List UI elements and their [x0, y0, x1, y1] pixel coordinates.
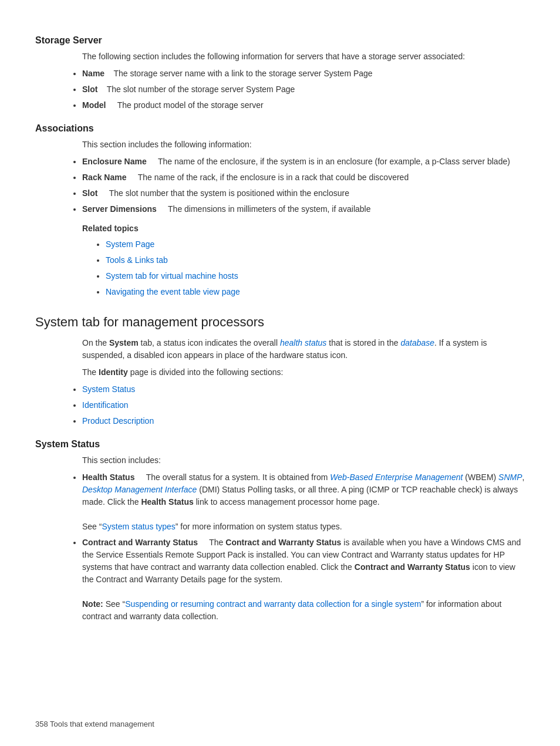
link-tools-links-tab[interactable]: Tools & Links tab	[106, 255, 168, 265]
identity-sections-list: System Status Identification Product Des…	[82, 383, 525, 427]
related-topics-heading: Related topics	[82, 222, 525, 235]
link-dmi[interactable]: Desktop Management Interface	[82, 485, 197, 494]
link-product-description[interactable]: Product Description	[82, 416, 154, 426]
mgmt-intro: On the System tab, a status icon indicat…	[82, 337, 525, 362]
desc-server-dimensions: The dimensions in millimeters of the sys…	[168, 204, 370, 214]
desc-slot: The slot number of the storage server Sy…	[107, 85, 295, 94]
term-rack-name: Rack Name	[82, 173, 127, 182]
desc-health-status: The overall status for a system. It is o…	[82, 472, 524, 507]
associations-list: Enclosure Name The name of the enclosure…	[82, 156, 525, 215]
link-system-status[interactable]: System Status	[82, 384, 135, 394]
list-item: System Page	[106, 238, 525, 251]
associations-intro: This section includes the following info…	[82, 139, 525, 151]
list-item: Server Dimensions The dimensions in mill…	[82, 203, 525, 215]
see-system-status: See “System status types” for more infor…	[82, 522, 342, 531]
list-item: Model The product model of the storage s…	[82, 99, 525, 112]
list-item: System Status	[82, 383, 525, 396]
health-status-click-label: Health Status	[141, 497, 193, 507]
related-topics-list: System Page Tools & Links tab System tab…	[106, 238, 525, 298]
list-item: Name The storage server name with a link…	[82, 67, 525, 80]
link-suspending-contract[interactable]: Suspending or resuming contract and warr…	[125, 599, 421, 609]
storage-server-heading: Storage Server	[35, 35, 525, 46]
identity-label: Identity	[99, 367, 128, 377]
database-link[interactable]: database	[400, 338, 434, 347]
health-status-link[interactable]: health status	[280, 338, 326, 347]
system-status-list: Health Status The overall status for a s…	[82, 471, 525, 623]
list-item-health: Health Status The overall status for a s…	[82, 471, 525, 533]
list-item: Enclosure Name The name of the enclosure…	[82, 156, 525, 168]
term-contract-warranty: Contract and Warranty Status	[82, 538, 198, 547]
system-status-intro: This section includes:	[82, 454, 525, 467]
link-system-page[interactable]: System Page	[106, 239, 154, 249]
list-item-contract: Contract and Warranty Status The Contrac…	[82, 536, 525, 623]
storage-server-list: Name The storage server name with a link…	[82, 67, 525, 112]
desc-model: The product model of the storage server	[117, 100, 264, 110]
identity-text: The Identity page is divided into the fo…	[82, 366, 525, 379]
link-wbem[interactable]: Web-Based Enterprise Management	[330, 472, 463, 482]
system-tab-label: System	[109, 338, 139, 347]
term-slot: Slot	[82, 85, 97, 94]
list-item: Tools & Links tab	[106, 254, 525, 266]
list-item: Slot The slot number of the storage serv…	[82, 83, 525, 96]
desc-enclosure-name: The name of the enclosure, if the system…	[158, 157, 510, 166]
term-name: Name	[82, 69, 104, 78]
link-identification[interactable]: Identification	[82, 400, 129, 410]
link-snmp[interactable]: SNMP	[498, 472, 522, 482]
system-status-heading: System Status	[35, 439, 525, 450]
link-system-tab-vm[interactable]: System tab for virtual machine hosts	[106, 271, 238, 281]
contract-warranty-bold: Contract and Warranty Status	[225, 538, 341, 547]
desc-slot-assoc: The slot number that the system is posit…	[109, 188, 349, 198]
storage-server-intro: The following section includes the follo…	[82, 50, 525, 63]
link-system-status-types[interactable]: System status types	[102, 522, 175, 531]
term-model: Model	[82, 100, 106, 110]
contract-warranty-click-label: Contract and Warranty Status	[355, 562, 470, 572]
desc-name: The storage server name with a link to t…	[113, 69, 372, 78]
link-event-table[interactable]: Navigating the event table view page	[106, 287, 240, 296]
list-item: Rack Name The name of the rack, if the e…	[82, 171, 525, 184]
related-topics-section: Related topics System Page Tools & Links…	[82, 222, 525, 298]
term-enclosure-name: Enclosure Name	[82, 157, 147, 166]
footer: 358 Tools that extend management	[35, 720, 154, 728]
note-text: Note: See “Suspending or resuming contra…	[82, 599, 501, 621]
associations-heading: Associations	[35, 123, 525, 134]
list-item: Product Description	[82, 415, 525, 427]
term-slot-assoc: Slot	[82, 188, 97, 198]
main-heading-mgmt: System tab for management processors	[35, 315, 525, 330]
list-item: System tab for virtual machine hosts	[106, 270, 525, 282]
term-health-status: Health Status	[82, 472, 134, 482]
desc-rack-name: The name of the rack, if the enclosure i…	[138, 173, 409, 182]
list-item: Slot The slot number that the system is …	[82, 187, 525, 200]
list-item: Identification	[82, 399, 525, 411]
term-server-dimensions: Server Dimensions	[82, 204, 157, 214]
note-label: Note:	[82, 599, 103, 609]
list-item: Navigating the event table view page	[106, 286, 525, 298]
